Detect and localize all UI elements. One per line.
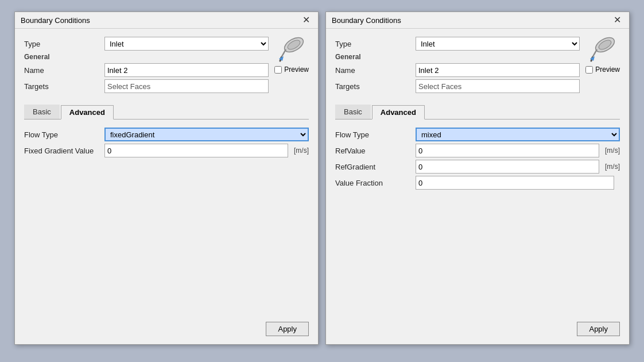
type-left-1: Type Inlet General Name: [24, 37, 269, 95]
tab-advanced-2[interactable]: Advanced: [372, 105, 425, 120]
type-section-2: Type Inlet General Name: [335, 37, 620, 95]
dialog-footer-1: Apply: [15, 316, 318, 344]
preview-wrap-2: Preview: [585, 66, 620, 74]
dialog-footer-2: Apply: [326, 316, 629, 344]
name-control-wrap-2: [416, 63, 580, 77]
targets-input-1[interactable]: [104, 79, 269, 93]
field-label-1-0: Fixed Gradient Value: [24, 147, 99, 155]
titlebar-2: Boundary Conditions ✕: [326, 12, 629, 29]
name-control-wrap-1: [104, 63, 269, 77]
general-label-1: General: [24, 53, 269, 61]
name-input-2[interactable]: [416, 63, 580, 77]
field-input-1-0[interactable]: [104, 144, 288, 157]
flow-type-select-1[interactable]: fixedGradient mixed fixed: [104, 128, 309, 141]
type-label-1: Type: [24, 40, 99, 48]
field-label-2-2: Value Fraction: [335, 179, 410, 187]
type-right-1: Preview: [274, 37, 309, 74]
apply-button-1[interactable]: Apply: [266, 322, 309, 336]
name-input-1[interactable]: [104, 63, 269, 77]
targets-control-wrap-1: [104, 79, 269, 93]
type-select-2[interactable]: Inlet: [416, 37, 580, 51]
dialog-boundary-conditions-2: Boundary Conditions ✕ Type Inlet General: [325, 11, 630, 345]
desktop: Boundary Conditions ✕ Type Inlet General: [0, 0, 644, 362]
titlebar-1: Boundary Conditions ✕: [15, 12, 318, 29]
tabs-bar-1: Basic Advanced: [24, 105, 309, 120]
targets-input-2[interactable]: [416, 79, 580, 93]
svg-line-7: [592, 49, 597, 57]
flow-type-label-1: Flow Type: [24, 130, 99, 139]
field-input-2-2[interactable]: [416, 176, 614, 190]
targets-label-2: Targets: [335, 82, 410, 91]
tab-basic-1[interactable]: Basic: [24, 105, 60, 119]
flow-type-control-2: fixedGradient mixed fixed: [416, 128, 620, 141]
roller-icon-1: [277, 37, 307, 63]
roller-icon-2: [588, 37, 618, 63]
type-section-1: Type Inlet General Name: [24, 37, 309, 95]
dialog-body-1: Type Inlet General Name: [15, 29, 318, 316]
unit-label-1-0: [m/s]: [294, 147, 309, 155]
general-label-2: General: [335, 53, 580, 61]
name-label-2: Name: [335, 66, 410, 75]
name-row-2: Name: [335, 63, 580, 77]
preview-label-1: Preview: [284, 66, 309, 74]
field-input-2-0[interactable]: [416, 144, 599, 157]
tabs-section-1: Basic Advanced Flow Type fixedGradient m…: [24, 101, 309, 160]
targets-control-wrap-2: [416, 79, 580, 93]
targets-label-1: Targets: [24, 82, 99, 91]
field-input-2-1[interactable]: [416, 160, 599, 174]
close-button-2[interactable]: ✕: [611, 16, 623, 25]
type-left-2: Type Inlet General Name: [335, 37, 580, 95]
field-row-2-2: Value Fraction: [335, 176, 620, 190]
type-control-wrap-2: Inlet: [416, 37, 580, 51]
unit-label-2-1: [m/s]: [605, 163, 620, 171]
dialog-body-2: Type Inlet General Name: [326, 29, 629, 316]
preview-checkbox-2[interactable]: [585, 66, 593, 74]
field-control-2-0: [m/s]: [416, 144, 620, 157]
preview-checkbox-1[interactable]: [274, 66, 282, 74]
tab-basic-2[interactable]: Basic: [335, 105, 371, 119]
flow-type-control-1: fixedGradient mixed fixed: [104, 128, 309, 141]
tabs-section-2: Basic Advanced Flow Type fixedGradient m…: [335, 101, 620, 192]
flow-type-row-1: Flow Type fixedGradient mixed fixed: [24, 128, 309, 141]
field-control-2-2: [416, 176, 620, 190]
type-row-1: Type Inlet: [24, 37, 269, 51]
dialog-title-1: Boundary Conditions: [21, 16, 90, 25]
tab-content-1: Flow Type fixedGradient mixed fixed Fixe…: [24, 120, 309, 157]
type-select-1[interactable]: Inlet: [104, 37, 269, 51]
preview-label-2: Preview: [595, 66, 620, 74]
unit-label-2-0: [m/s]: [605, 147, 620, 155]
field-control-2-1: [m/s]: [416, 160, 620, 174]
svg-line-2: [281, 49, 286, 57]
tabs-bar-2: Basic Advanced: [335, 105, 620, 120]
field-row-1-0: Fixed Gradient Value [m/s]: [24, 144, 309, 157]
field-row-2-0: RefValue [m/s]: [335, 144, 620, 157]
tab-advanced-1[interactable]: Advanced: [61, 105, 114, 120]
close-button-1[interactable]: ✕: [300, 16, 312, 25]
type-label-2: Type: [335, 40, 410, 48]
field-label-2-0: RefValue: [335, 147, 410, 155]
targets-row-2: Targets: [335, 79, 580, 93]
field-row-2-1: RefGradient [m/s]: [335, 160, 620, 174]
flow-type-label-2: Flow Type: [335, 130, 410, 139]
field-label-2-1: RefGradient: [335, 163, 410, 171]
dialog-title-2: Boundary Conditions: [332, 16, 401, 25]
flow-type-select-2[interactable]: fixedGradient mixed fixed: [416, 128, 620, 141]
apply-button-2[interactable]: Apply: [577, 322, 620, 336]
type-row-2: Type Inlet: [335, 37, 580, 51]
dialog-boundary-conditions-1: Boundary Conditions ✕ Type Inlet General: [14, 11, 319, 345]
tab-content-2: Flow Type fixedGradient mixed fixed RefV…: [335, 120, 620, 190]
name-row-1: Name: [24, 63, 269, 77]
type-right-2: Preview: [585, 37, 620, 74]
field-control-1-0: [m/s]: [104, 144, 309, 157]
targets-row-1: Targets: [24, 79, 269, 93]
preview-wrap-1: Preview: [274, 66, 309, 74]
name-label-1: Name: [24, 66, 99, 75]
type-control-wrap-1: Inlet: [104, 37, 269, 51]
flow-type-row-2: Flow Type fixedGradient mixed fixed: [335, 128, 620, 141]
